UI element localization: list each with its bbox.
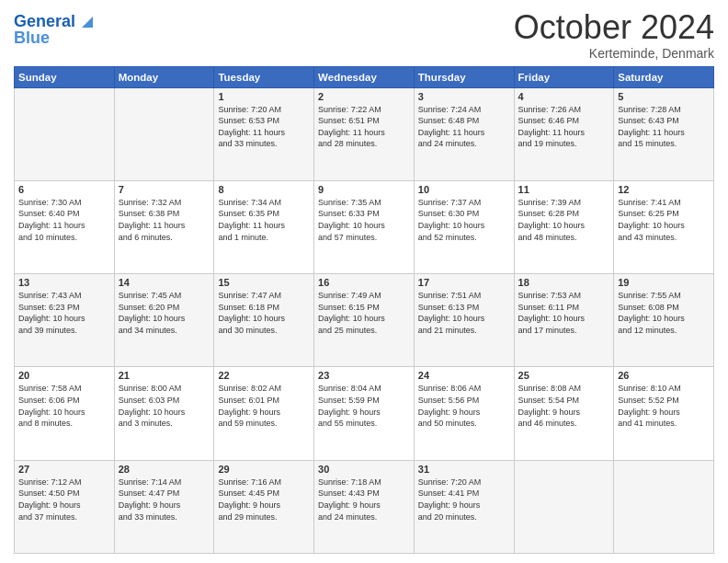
day-number: 30	[318, 464, 410, 475]
day-info: Sunrise: 7:20 AM Sunset: 4:41 PM Dayligh…	[418, 477, 510, 523]
day-info: Sunrise: 7:16 AM Sunset: 4:45 PM Dayligh…	[218, 477, 310, 523]
day-number: 28	[119, 464, 210, 475]
calendar-cell: 12Sunrise: 7:41 AM Sunset: 6:25 PM Dayli…	[614, 180, 714, 273]
day-info: Sunrise: 7:49 AM Sunset: 6:15 PM Dayligh…	[318, 290, 410, 336]
calendar-cell: 21Sunrise: 8:00 AM Sunset: 6:03 PM Dayli…	[114, 367, 214, 460]
weekday-header: Friday	[514, 66, 614, 87]
calendar-table: SundayMondayTuesdayWednesdayThursdayFrid…	[14, 66, 714, 554]
logo-icon	[76, 11, 97, 31]
calendar-cell: 4Sunrise: 7:26 AM Sunset: 6:46 PM Daylig…	[514, 87, 614, 180]
weekday-header: Monday	[114, 66, 214, 87]
day-info: Sunrise: 7:32 AM Sunset: 6:38 PM Dayligh…	[119, 197, 210, 243]
calendar-cell	[514, 460, 614, 553]
day-number: 3	[418, 91, 510, 102]
calendar-cell: 6Sunrise: 7:30 AM Sunset: 6:40 PM Daylig…	[15, 180, 115, 273]
day-info: Sunrise: 7:39 AM Sunset: 6:28 PM Dayligh…	[518, 197, 610, 243]
location: Kerteminde, Denmark	[514, 46, 714, 61]
calendar-cell	[15, 87, 115, 180]
day-number: 6	[18, 184, 110, 195]
day-info: Sunrise: 8:00 AM Sunset: 6:03 PM Dayligh…	[119, 383, 210, 429]
weekday-header: Sunday	[15, 66, 115, 87]
calendar-week-row: 6Sunrise: 7:30 AM Sunset: 6:40 PM Daylig…	[15, 180, 714, 273]
calendar-cell: 30Sunrise: 7:18 AM Sunset: 4:43 PM Dayli…	[314, 460, 415, 553]
title-section: October 2024 Kerteminde, Denmark	[514, 9, 714, 61]
day-info: Sunrise: 7:34 AM Sunset: 6:35 PM Dayligh…	[218, 197, 310, 243]
day-number: 18	[518, 277, 610, 288]
logo: General Blue	[14, 13, 97, 48]
day-info: Sunrise: 8:08 AM Sunset: 5:54 PM Dayligh…	[518, 383, 610, 429]
day-info: Sunrise: 7:47 AM Sunset: 6:18 PM Dayligh…	[218, 290, 310, 336]
logo-blue: Blue	[14, 29, 50, 48]
day-info: Sunrise: 7:51 AM Sunset: 6:13 PM Dayligh…	[418, 290, 510, 336]
calendar-cell: 25Sunrise: 8:08 AM Sunset: 5:54 PM Dayli…	[514, 367, 614, 460]
calendar-cell: 23Sunrise: 8:04 AM Sunset: 5:59 PM Dayli…	[314, 367, 415, 460]
day-info: Sunrise: 7:53 AM Sunset: 6:11 PM Dayligh…	[518, 290, 610, 336]
day-number: 13	[18, 277, 110, 288]
calendar-cell	[614, 460, 714, 553]
calendar-cell: 31Sunrise: 7:20 AM Sunset: 4:41 PM Dayli…	[414, 460, 514, 553]
day-number: 22	[218, 370, 310, 381]
day-number: 27	[18, 464, 110, 475]
day-info: Sunrise: 8:02 AM Sunset: 6:01 PM Dayligh…	[218, 383, 310, 429]
day-number: 4	[518, 91, 610, 102]
weekday-header: Thursday	[414, 66, 514, 87]
calendar-cell: 3Sunrise: 7:24 AM Sunset: 6:48 PM Daylig…	[414, 87, 514, 180]
day-number: 19	[618, 277, 710, 288]
day-info: Sunrise: 7:55 AM Sunset: 6:08 PM Dayligh…	[618, 290, 710, 336]
day-number: 26	[618, 370, 710, 381]
calendar-cell: 11Sunrise: 7:39 AM Sunset: 6:28 PM Dayli…	[514, 180, 614, 273]
calendar-week-row: 27Sunrise: 7:12 AM Sunset: 4:50 PM Dayli…	[15, 460, 714, 553]
day-number: 24	[418, 370, 510, 381]
day-number: 14	[119, 277, 210, 288]
calendar-cell: 10Sunrise: 7:37 AM Sunset: 6:30 PM Dayli…	[414, 180, 514, 273]
calendar-cell: 19Sunrise: 7:55 AM Sunset: 6:08 PM Dayli…	[614, 274, 714, 367]
day-number: 31	[418, 464, 510, 475]
day-number: 15	[218, 277, 310, 288]
day-info: Sunrise: 8:10 AM Sunset: 5:52 PM Dayligh…	[618, 383, 710, 429]
calendar-cell: 29Sunrise: 7:16 AM Sunset: 4:45 PM Dayli…	[214, 460, 314, 553]
day-number: 17	[418, 277, 510, 288]
calendar-cell: 17Sunrise: 7:51 AM Sunset: 6:13 PM Dayli…	[414, 274, 514, 367]
day-number: 10	[418, 184, 510, 195]
weekday-header: Wednesday	[314, 66, 415, 87]
day-number: 12	[618, 184, 710, 195]
day-number: 25	[518, 370, 610, 381]
calendar-cell: 13Sunrise: 7:43 AM Sunset: 6:23 PM Dayli…	[15, 274, 115, 367]
header: General Blue October 2024 Kerteminde, De…	[14, 9, 714, 61]
header-row: SundayMondayTuesdayWednesdayThursdayFrid…	[15, 66, 714, 87]
day-number: 2	[318, 91, 410, 102]
day-number: 1	[218, 91, 310, 102]
day-info: Sunrise: 7:24 AM Sunset: 6:48 PM Dayligh…	[418, 104, 510, 150]
day-info: Sunrise: 7:28 AM Sunset: 6:43 PM Dayligh…	[618, 104, 710, 150]
day-number: 9	[318, 184, 410, 195]
day-info: Sunrise: 7:12 AM Sunset: 4:50 PM Dayligh…	[18, 477, 110, 523]
day-info: Sunrise: 7:30 AM Sunset: 6:40 PM Dayligh…	[18, 197, 110, 243]
day-info: Sunrise: 7:18 AM Sunset: 4:43 PM Dayligh…	[318, 477, 410, 523]
calendar-cell: 7Sunrise: 7:32 AM Sunset: 6:38 PM Daylig…	[114, 180, 214, 273]
calendar-cell: 5Sunrise: 7:28 AM Sunset: 6:43 PM Daylig…	[614, 87, 714, 180]
calendar-cell: 22Sunrise: 8:02 AM Sunset: 6:01 PM Dayli…	[214, 367, 314, 460]
weekday-header: Tuesday	[214, 66, 314, 87]
calendar-cell: 28Sunrise: 7:14 AM Sunset: 4:47 PM Dayli…	[114, 460, 214, 553]
calendar-week-row: 1Sunrise: 7:20 AM Sunset: 6:53 PM Daylig…	[15, 87, 714, 180]
calendar-cell: 20Sunrise: 7:58 AM Sunset: 6:06 PM Dayli…	[15, 367, 115, 460]
calendar-cell: 14Sunrise: 7:45 AM Sunset: 6:20 PM Dayli…	[114, 274, 214, 367]
calendar-week-row: 13Sunrise: 7:43 AM Sunset: 6:23 PM Dayli…	[15, 274, 714, 367]
day-info: Sunrise: 8:06 AM Sunset: 5:56 PM Dayligh…	[418, 383, 510, 429]
day-number: 5	[618, 91, 710, 102]
calendar-cell: 24Sunrise: 8:06 AM Sunset: 5:56 PM Dayli…	[414, 367, 514, 460]
calendar-cell: 15Sunrise: 7:47 AM Sunset: 6:18 PM Dayli…	[214, 274, 314, 367]
day-number: 8	[218, 184, 310, 195]
day-number: 21	[119, 370, 210, 381]
day-info: Sunrise: 7:35 AM Sunset: 6:33 PM Dayligh…	[318, 197, 410, 243]
day-info: Sunrise: 7:37 AM Sunset: 6:30 PM Dayligh…	[418, 197, 510, 243]
day-info: Sunrise: 7:22 AM Sunset: 6:51 PM Dayligh…	[318, 104, 410, 150]
calendar-cell: 8Sunrise: 7:34 AM Sunset: 6:35 PM Daylig…	[214, 180, 314, 273]
calendar-cell: 18Sunrise: 7:53 AM Sunset: 6:11 PM Dayli…	[514, 274, 614, 367]
calendar-week-row: 20Sunrise: 7:58 AM Sunset: 6:06 PM Dayli…	[15, 367, 714, 460]
weekday-header: Saturday	[614, 66, 714, 87]
day-info: Sunrise: 7:14 AM Sunset: 4:47 PM Dayligh…	[119, 477, 210, 523]
day-info: Sunrise: 7:58 AM Sunset: 6:06 PM Dayligh…	[18, 383, 110, 429]
page: General Blue October 2024 Kerteminde, De…	[0, 0, 728, 563]
calendar-cell: 1Sunrise: 7:20 AM Sunset: 6:53 PM Daylig…	[214, 87, 314, 180]
